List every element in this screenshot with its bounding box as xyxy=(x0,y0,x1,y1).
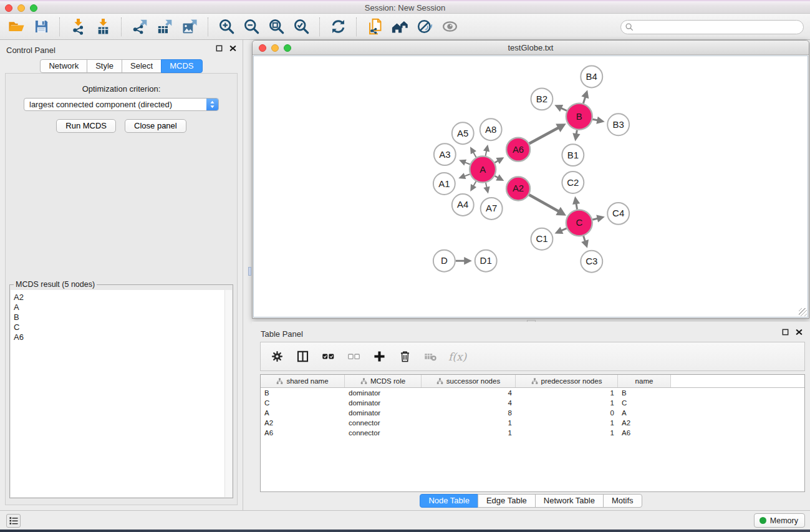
deselect-all-button[interactable] xyxy=(346,349,361,364)
table-cell[interactable]: C xyxy=(261,398,345,408)
table-cell[interactable]: connector xyxy=(345,418,422,428)
delete-columns-button[interactable] xyxy=(397,349,412,364)
edge-A2-C[interactable] xyxy=(529,195,559,211)
float-panel-icon[interactable] xyxy=(215,44,224,53)
table-cell[interactable]: A xyxy=(261,408,345,418)
table-cell[interactable]: A2 xyxy=(618,418,671,428)
network-canvas[interactable]: B4B2BB3A8A5A6A3B1AA1C2A2A4A7C4CC1C3DD1 xyxy=(253,56,808,317)
close-panel-icon[interactable] xyxy=(228,44,238,53)
table-cell[interactable]: 1 xyxy=(422,418,516,428)
node-label-B3: B3 xyxy=(613,119,624,130)
edge-arrow-B-B4 xyxy=(581,90,589,99)
table-settings-button[interactable] xyxy=(269,349,284,364)
mcds-result-item[interactable]: B xyxy=(14,312,232,322)
table-cell[interactable]: dominator xyxy=(345,388,422,398)
zoom-fit-button[interactable] xyxy=(264,16,289,38)
mcds-result-item[interactable]: A2 xyxy=(14,293,232,302)
mcds-result-item[interactable]: A6 xyxy=(14,332,232,342)
column-header-successor-nodes[interactable]: successor nodes xyxy=(422,375,516,387)
table-cell[interactable]: B xyxy=(261,388,345,398)
import-table-button[interactable] xyxy=(90,16,115,38)
tab-style[interactable]: Style xyxy=(87,59,122,73)
column-header-name[interactable]: name xyxy=(618,375,671,387)
table-row[interactable]: A2connector11A2 xyxy=(261,418,804,428)
table-cell[interactable]: 4 xyxy=(422,388,516,398)
table-cell[interactable]: 4 xyxy=(422,398,516,408)
search-field[interactable] xyxy=(620,20,804,34)
result-list-scrollbar[interactable] xyxy=(224,290,232,497)
tab-motifs[interactable]: Motifs xyxy=(603,494,642,508)
select-all-icon xyxy=(322,350,335,363)
zoom-out-button[interactable] xyxy=(239,16,264,38)
table-row[interactable]: Cdominator41C xyxy=(261,398,804,408)
table-cell[interactable]: A xyxy=(618,408,671,418)
table-cell[interactable]: C xyxy=(618,398,671,408)
edge-arrow-C-C4 xyxy=(596,215,605,222)
table-cell[interactable]: dominator xyxy=(345,408,422,418)
add-column-button[interactable] xyxy=(372,349,387,364)
column-header-predecessor-nodes[interactable]: predecessor nodes xyxy=(516,375,618,387)
preview-eye-button[interactable] xyxy=(437,16,462,38)
table-cell[interactable]: B xyxy=(618,388,671,398)
home-view-button[interactable] xyxy=(387,16,412,38)
node-label-A8: A8 xyxy=(485,124,496,135)
tab-network[interactable]: Network xyxy=(40,59,87,73)
tab-edge-table[interactable]: Edge Table xyxy=(478,494,536,508)
clone-network-button[interactable] xyxy=(362,16,387,38)
close-table-panel-icon[interactable] xyxy=(794,327,804,337)
run-mcds-button[interactable]: Run MCDS xyxy=(56,119,116,133)
show-panels-button[interactable] xyxy=(6,514,21,528)
mcds-result-list[interactable]: A2ABCA6 xyxy=(11,290,232,497)
edge-arrow-A-A1 xyxy=(458,173,466,179)
export-network-button[interactable] xyxy=(127,16,152,38)
export-image-button[interactable] xyxy=(177,16,202,38)
import-table-icon xyxy=(95,18,112,35)
network-window-titlebar[interactable]: testGlobe.txt xyxy=(253,41,809,55)
table-settings-icon xyxy=(271,350,284,363)
table-cell[interactable]: A6 xyxy=(618,428,671,438)
table-cell[interactable]: dominator xyxy=(345,398,422,408)
close-panel-button[interactable]: Close panel xyxy=(125,119,186,133)
table-row[interactable]: Adominator80A xyxy=(261,408,804,418)
tab-mcds[interactable]: MCDS xyxy=(161,59,202,73)
save-session-button[interactable] xyxy=(29,16,54,38)
function-builder-button[interactable]: f(x) xyxy=(448,351,466,363)
table-cell[interactable]: 1 xyxy=(516,388,618,398)
table-cell[interactable]: 8 xyxy=(422,408,516,418)
table-cell[interactable]: connector xyxy=(345,428,422,438)
delete-table-button[interactable] xyxy=(423,349,438,364)
table-cell[interactable]: 0 xyxy=(516,408,618,418)
open-session-button[interactable] xyxy=(4,16,29,38)
zoom-in-button[interactable] xyxy=(214,16,239,38)
column-header-shared-name[interactable]: shared name xyxy=(261,375,345,387)
column-header-mcds-role[interactable]: MCDS role xyxy=(345,375,422,387)
mcds-result-item[interactable]: C xyxy=(14,322,232,332)
zoom-selected-button[interactable] xyxy=(289,16,314,38)
import-network-button[interactable] xyxy=(65,16,90,38)
float-table-panel-icon[interactable] xyxy=(781,327,790,337)
edge-A6-B[interactable] xyxy=(529,127,559,143)
tab-select[interactable]: Select xyxy=(122,59,162,73)
table-row[interactable]: A6connector11A6 xyxy=(261,428,804,438)
table-cell[interactable]: 1 xyxy=(516,428,618,438)
optimization-criterion-select[interactable]: largest connected component (directed) xyxy=(24,98,219,111)
table-cell[interactable]: 1 xyxy=(516,418,618,428)
search-input[interactable] xyxy=(634,21,803,33)
tab-network-table[interactable]: Network Table xyxy=(535,494,604,508)
mcds-result-item[interactable]: A xyxy=(14,302,232,312)
table-cell[interactable]: A2 xyxy=(261,418,345,428)
window-resize-grip[interactable] xyxy=(799,308,807,316)
select-all-button[interactable] xyxy=(321,349,335,364)
table-cell[interactable]: 1 xyxy=(422,428,516,438)
toggle-graphics-details-button[interactable] xyxy=(412,16,437,38)
vertical-splitter-handle[interactable] xyxy=(248,267,251,276)
table-row[interactable]: Bdominator41B xyxy=(261,388,804,398)
table-cell[interactable]: A6 xyxy=(261,428,345,438)
toggle-panel-columns-button[interactable] xyxy=(295,349,310,364)
table-cell[interactable]: 1 xyxy=(516,398,618,408)
refresh-layout-button[interactable] xyxy=(325,16,350,38)
tab-node-table[interactable]: Node Table xyxy=(420,494,478,508)
export-table-button[interactable] xyxy=(152,16,177,38)
memory-button[interactable]: Memory xyxy=(754,513,805,528)
network-window-title: testGlobe.txt xyxy=(253,43,809,52)
